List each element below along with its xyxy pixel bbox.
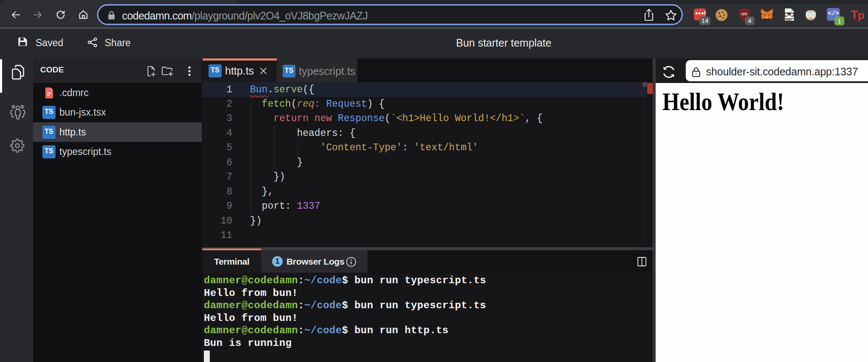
svg-text:uo: uo	[741, 11, 747, 16]
